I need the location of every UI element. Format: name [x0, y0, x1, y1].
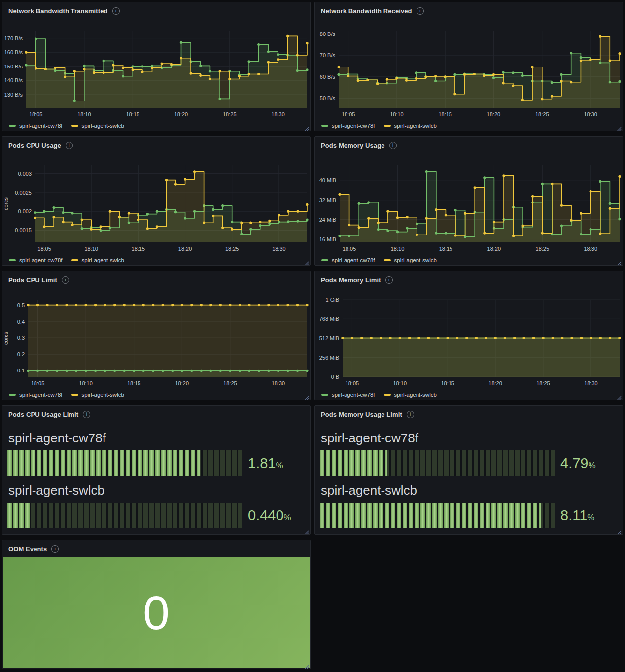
legend-item-cw78f[interactable]: spirl-agent-cw78f	[321, 257, 375, 263]
bar-gauge-swlcb: spirl-agent-swlcb 8.11%	[320, 483, 618, 528]
svg-text:18:05: 18:05	[346, 380, 359, 386]
panel-resize-handle[interactable]	[304, 259, 309, 264]
info-icon[interactable]: i	[385, 276, 393, 284]
panel-resize-handle[interactable]	[617, 394, 622, 399]
panel-resize-handle[interactable]	[617, 259, 622, 264]
svg-text:0.4: 0.4	[17, 319, 25, 325]
legend-item-cw78f[interactable]: spirl-agent-cw78f	[321, 123, 375, 129]
svg-text:18:10: 18:10	[390, 111, 404, 117]
svg-text:18:15: 18:15	[441, 380, 454, 386]
legend-item-swlcb[interactable]: spirl-agent-swlcb	[71, 392, 124, 398]
legend-item-swlcb[interactable]: spirl-agent-swlcb	[384, 257, 437, 263]
panel-resize-handle[interactable]	[304, 125, 309, 130]
svg-text:150 B/s: 150 B/s	[4, 64, 23, 69]
legend-item-swlcb[interactable]: spirl-agent-swlcb	[384, 123, 437, 129]
svg-text:18:10: 18:10	[77, 111, 91, 117]
series-color-pill	[9, 394, 16, 396]
panel-header: Pods CPU Usage Limit i	[2, 406, 310, 423]
gauge-unit: %	[587, 513, 594, 522]
legend-item-cw78f[interactable]: spirl-agent-cw78f	[9, 123, 63, 129]
svg-text:18:15: 18:15	[126, 111, 139, 117]
chart-legend: spirl-agent-cw78f spirl-agent-swlcb	[2, 255, 310, 265]
svg-text:18:20: 18:20	[487, 246, 501, 252]
info-icon[interactable]: i	[112, 7, 120, 15]
svg-text:18:30: 18:30	[271, 111, 285, 117]
svg-text:0.1: 0.1	[17, 368, 25, 373]
svg-text:18:20: 18:20	[488, 380, 502, 386]
legend-item-swlcb[interactable]: spirl-agent-swlcb	[71, 257, 124, 263]
info-icon[interactable]: i	[83, 411, 90, 418]
svg-text:18:05: 18:05	[343, 246, 356, 252]
svg-text:cores: cores	[3, 197, 9, 210]
svg-text:40 MiB: 40 MiB	[319, 177, 336, 183]
svg-text:32 MiB: 32 MiB	[319, 197, 336, 203]
svg-text:0.002: 0.002	[18, 208, 32, 214]
svg-text:140 B/s: 140 B/s	[4, 77, 23, 83]
bar-gauge-swlcb: spirl-agent-swlcb 0.440%	[7, 483, 305, 528]
info-icon[interactable]: i	[51, 545, 59, 553]
panel-title[interactable]: Pods CPU Usage Limit	[8, 411, 78, 418]
svg-text:18:05: 18:05	[29, 111, 43, 117]
panel-title[interactable]: OOM Events	[8, 545, 47, 553]
legend-item-cw78f[interactable]: spirl-agent-cw78f	[9, 257, 63, 263]
panel-resize-handle[interactable]	[304, 394, 309, 399]
time-series-chart[interactable]: 18:0518:1018:1518:2018:2518:3016 MiB24 M…	[315, 154, 623, 255]
gauge-unit: %	[588, 461, 595, 470]
panel-title[interactable]: Network Bandwidth Transmitted	[8, 7, 108, 15]
gauge-unit: %	[284, 513, 291, 522]
svg-text:130 B/s: 130 B/s	[4, 92, 23, 98]
gauge-value: 1.81%	[248, 455, 283, 471]
panel-title[interactable]: Pods Memory Usage	[321, 142, 385, 149]
gauge-pod-name: spirl-agent-cw78f	[321, 431, 618, 445]
svg-text:80 B/s: 80 B/s	[320, 31, 336, 37]
time-series-chart[interactable]: 18:0518:1018:1518:2018:2518:300 B256 MiB…	[315, 288, 623, 390]
panel-title[interactable]: Pods Memory Limit	[321, 276, 381, 284]
info-icon[interactable]: i	[417, 7, 424, 15]
legend-label: spirl-agent-swlcb	[82, 123, 124, 129]
svg-text:1 GiB: 1 GiB	[325, 297, 339, 302]
time-series-chart[interactable]: 18:0518:1018:1518:2018:2518:30130 B/s140…	[2, 19, 310, 121]
panel-resize-handle[interactable]	[304, 663, 309, 668]
panel-resize-handle[interactable]	[617, 528, 622, 533]
panel-pods-memory-limit: Pods Memory Limit i 18:0518:1018:1518:20…	[314, 271, 623, 400]
legend-label: spirl-agent-cw78f	[19, 257, 63, 263]
series-color-pill	[9, 125, 16, 127]
svg-text:0.0015: 0.0015	[15, 227, 32, 233]
svg-text:256 MiB: 256 MiB	[319, 355, 339, 361]
panel-resize-handle[interactable]	[617, 125, 622, 130]
info-icon[interactable]: i	[62, 276, 69, 284]
series-color-pill	[384, 125, 391, 127]
info-icon[interactable]: i	[407, 411, 414, 418]
panel-title[interactable]: Pods CPU Limit	[8, 276, 57, 284]
panel-pods-memory-usage: Pods Memory Usage i 18:0518:1018:1518:20…	[314, 136, 623, 266]
panel-title[interactable]: Pods CPU Usage	[8, 142, 61, 149]
legend-label: spirl-agent-cw78f	[19, 392, 63, 398]
svg-text:18:30: 18:30	[584, 380, 598, 386]
legend-item-cw78f[interactable]: spirl-agent-cw78f	[321, 392, 375, 398]
legend-label: spirl-agent-swlcb	[394, 392, 437, 398]
chart-legend: spirl-agent-cw78f spirl-agent-swlcb	[315, 390, 623, 400]
panel-header: Pods Memory Usage i	[315, 137, 623, 154]
panel-resize-handle[interactable]	[304, 528, 309, 533]
time-series-chart[interactable]: 18:0518:1018:1518:2018:2518:300.00150.00…	[2, 154, 310, 255]
gauge-value: 4.79%	[560, 455, 596, 471]
legend-label: spirl-agent-swlcb	[394, 257, 437, 263]
legend-item-swlcb[interactable]: spirl-agent-swlcb	[384, 392, 437, 398]
panel-title[interactable]: Network Bandwidth Received	[321, 7, 412, 15]
svg-text:18:10: 18:10	[393, 380, 407, 386]
legend-item-cw78f[interactable]: spirl-agent-cw78f	[9, 392, 63, 398]
bar-gauge-fill	[7, 503, 30, 528]
stat-value: 0	[143, 589, 170, 637]
time-series-chart[interactable]: 18:0518:1018:1518:2018:2518:3050 B/s60 B…	[315, 19, 623, 121]
svg-text:18:05: 18:05	[31, 380, 45, 386]
panel-title[interactable]: Pods Memory Usage Limit	[321, 411, 402, 418]
info-icon[interactable]: i	[389, 142, 397, 149]
legend-item-swlcb[interactable]: spirl-agent-swlcb	[71, 123, 124, 129]
panel-header: Pods Memory Usage Limit i	[315, 406, 623, 423]
time-series-chart[interactable]: 18:0518:1018:1518:2018:2518:300.10.20.30…	[2, 288, 310, 390]
chart-legend: spirl-agent-cw78f spirl-agent-swlcb	[315, 255, 623, 265]
chart-legend: spirl-agent-cw78f spirl-agent-swlcb	[2, 121, 310, 131]
series-color-pill	[71, 125, 78, 127]
svg-text:18:25: 18:25	[536, 246, 550, 252]
info-icon[interactable]: i	[66, 142, 73, 149]
